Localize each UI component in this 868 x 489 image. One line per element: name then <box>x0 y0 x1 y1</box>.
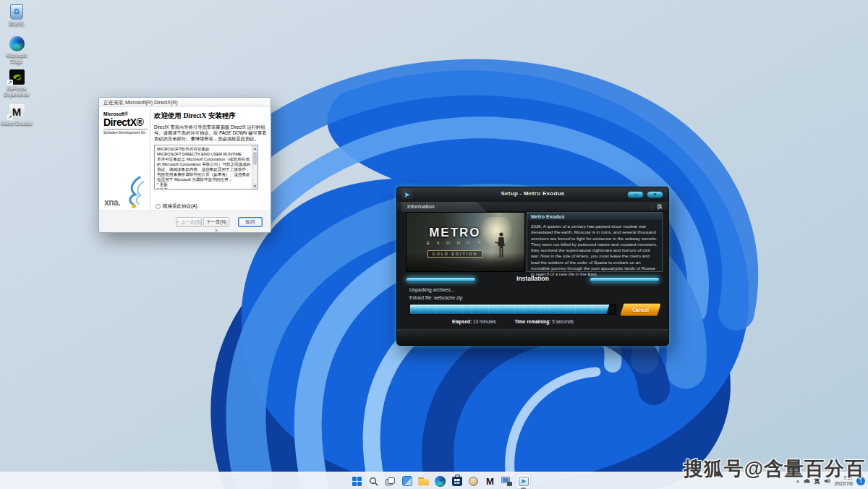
directx-content: 欢迎使用 DirectX 安装程序 DirectX 安装向导将引导您安装最新版 … <box>153 109 268 211</box>
desktop-icon-recycle-bin[interactable]: ♻ 回收站 <box>0 3 33 27</box>
shortcut-arrow-icon: ↗ <box>7 114 13 120</box>
license-line: MICROSOFT软件许可证条款 <box>157 147 251 152</box>
edge-icon <box>435 476 446 487</box>
metro-tab-bar: Information |换 <box>397 202 668 212</box>
widgets-button[interactable] <box>400 475 414 488</box>
elapsed-label: Elapsed: <box>452 319 472 324</box>
progress-fill <box>410 305 609 314</box>
game-round-button[interactable] <box>467 475 480 488</box>
radio-accept-label: 我接受此协议(A) <box>163 203 197 210</box>
radio-circle-icon[interactable] <box>156 204 161 209</box>
status-line-2: Extract file: webcache.zip <box>409 295 462 300</box>
installer-button[interactable] <box>500 475 514 488</box>
banner-figure <box>494 231 509 260</box>
directx-logo-directx: DirectX® <box>103 116 148 128</box>
scroll-up-icon[interactable]: ▲ <box>252 145 258 151</box>
installation-title: Installation <box>397 275 668 282</box>
directx-intro: DirectX 安装向导将引导您安装最新版 DirectX 运行时组件。请阅读下… <box>154 124 267 143</box>
banner-exodus-text: E X O D U S <box>427 241 483 245</box>
directx-logo-microsoft: Microsoft® <box>103 111 148 116</box>
elapsed-value: 13 minutes <box>473 319 496 324</box>
directx-title-bar[interactable]: 正在安装 Microsoft(R) DirectX(R) <box>99 98 271 107</box>
round-game-icon <box>469 477 478 486</box>
metro-label: Metro Exodus <box>0 121 33 127</box>
start-button[interactable] <box>350 475 364 488</box>
search-button[interactable] <box>367 475 380 488</box>
widgets-icon <box>402 476 412 486</box>
search-icon <box>369 477 378 486</box>
time-info-row: Elapsed: 13 minutes Time remaining: 5 se… <box>409 319 616 324</box>
status-line-1: Unpacking archives... <box>409 287 454 292</box>
license-line: * 更新、 <box>157 182 251 187</box>
next-button[interactable]: 下一页(N) > <box>203 217 229 227</box>
installation-section-header: Installation <box>397 274 668 284</box>
metro-m-icon: M <box>486 476 494 487</box>
setup-arrow-icon: ➤ <box>519 477 529 486</box>
folder-icon <box>418 477 429 485</box>
radio-accept[interactable]: 我接受此协议(A) <box>156 203 197 210</box>
back-button[interactable]: < 上一步(B) <box>176 217 202 227</box>
metro-footer-strip <box>397 329 668 345</box>
info-panel: Metro Exodus 2036. A quarter of a centur… <box>527 212 663 272</box>
info-panel-title: Metro Exodus <box>527 213 662 221</box>
directx-brand-panel: Microsoft® DirectX® Software Development… <box>101 109 150 211</box>
xna-swirl-icon <box>124 176 148 209</box>
cancel-install-button[interactable]: Cancel <box>620 303 661 316</box>
edge-icon <box>9 36 25 51</box>
remaining-label: Time remaining: <box>514 319 550 324</box>
license-line: 本许可证条款是 Microsoft Corporation（或您所在地的 Mic… <box>157 157 251 182</box>
cancel-button[interactable]: 取消 <box>238 217 263 227</box>
windows-logo-icon <box>352 477 362 486</box>
recycle-bin-icon: ♻ <box>10 4 23 20</box>
tab-information[interactable]: Information <box>401 202 487 212</box>
desktop-icon-metro[interactable]: M ↗ Metro Exodus <box>0 103 33 127</box>
installer-computer-icon <box>501 477 512 486</box>
directx-heading: 欢迎使用 DirectX 安装程序 <box>154 111 268 121</box>
watermark: 搜狐号@含量百分百 <box>684 456 865 482</box>
task-view-button[interactable] <box>383 475 397 488</box>
xna-logo: xna. <box>104 197 120 208</box>
banner-metro-text: METRO <box>427 226 483 240</box>
desktop: ♻ 回收站 Microsoft Edge ↗ GeForce Experienc… <box>0 0 868 489</box>
directx-license-box[interactable]: MICROSOFT软件许可证条款 MICROSOFT DIRECTX END U… <box>154 145 258 190</box>
directx-installer-window: 正在安装 Microsoft(R) DirectX(R) Microsoft® … <box>98 97 271 233</box>
metro-logo: METRO E X O D U S GOLD EDITION <box>427 226 483 258</box>
file-explorer-button[interactable] <box>417 475 430 488</box>
recycle-bin-label: 回收站 <box>0 21 33 27</box>
remaining-value: 5 seconds <box>552 319 574 324</box>
license-line: * 补充、 <box>157 187 251 190</box>
directx-footer: < 上一步(B) 下一页(N) > 取消 <box>99 211 271 232</box>
language-switch-label: 换 <box>657 203 663 210</box>
geforce-label: GeForce Experience <box>0 86 33 98</box>
metro-banner: METRO E X O D U S GOLD EDITION <box>406 212 525 272</box>
directx-body: Microsoft® DirectX® Software Development… <box>99 107 271 211</box>
close-button[interactable]: × <box>647 191 663 198</box>
info-panel-text: 2036. A quarter of a century has passed … <box>527 221 662 280</box>
store-button[interactable] <box>450 475 464 488</box>
shortcut-arrow-icon: ↗ <box>7 80 13 85</box>
directx-logo-sdk: Software Development Kit <box>103 129 148 135</box>
desktop-icon-geforce[interactable]: ↗ GeForce Experience <box>0 68 33 98</box>
task-view-icon <box>386 477 395 485</box>
edge-taskbar-button[interactable] <box>433 475 447 488</box>
banner-edition-badge: GOLD EDITION <box>427 250 482 258</box>
license-scrollbar[interactable]: ▲ ▼ <box>252 145 258 189</box>
language-switch[interactable]: |换 <box>652 202 663 212</box>
progress-bar <box>409 304 616 315</box>
separator: | <box>652 203 653 210</box>
scroll-thumb[interactable] <box>253 152 257 165</box>
taskbar-icons: M ➤ <box>350 473 530 489</box>
metro-title-bar[interactable]: ➤ Setup - Metro Exodus – × <box>397 187 668 202</box>
license-line: MICROSOFT DIRECTX END USER RUNTIME <box>157 152 251 157</box>
desktop-icon-edge[interactable]: Microsoft Edge <box>0 35 33 64</box>
minimize-button[interactable]: – <box>627 191 644 198</box>
metro-setup-window: ➤ Setup - Metro Exodus – × Information |… <box>396 187 669 346</box>
metro-setup-taskbar-button[interactable]: ➤ <box>516 475 530 488</box>
metro-launcher-button[interactable]: M <box>483 475 497 488</box>
edge-label: Microsoft Edge <box>0 53 33 64</box>
scroll-down-icon[interactable]: ▼ <box>252 183 258 189</box>
clock-date: 2022/7/6 <box>835 481 853 487</box>
store-bag-icon <box>452 477 462 486</box>
